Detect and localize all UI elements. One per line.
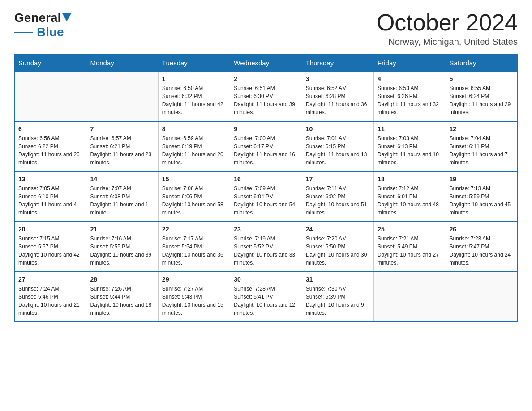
daylight-text: Daylight: 10 hours and 51 minutes. bbox=[306, 201, 370, 217]
sunset-text: Sunset: 5:41 PM bbox=[234, 293, 298, 301]
calendar-cell bbox=[374, 272, 446, 322]
day-info: Sunrise: 7:26 AMSunset: 5:44 PMDaylight:… bbox=[90, 285, 154, 317]
sunrise-text: Sunrise: 7:13 AM bbox=[450, 184, 514, 193]
day-number: 15 bbox=[162, 176, 226, 183]
calendar-cell: 30Sunrise: 7:28 AMSunset: 5:41 PMDayligh… bbox=[230, 272, 302, 322]
sunset-text: Sunset: 6:28 PM bbox=[306, 92, 370, 100]
day-info: Sunrise: 7:13 AMSunset: 5:59 PMDaylight:… bbox=[450, 184, 514, 217]
sunset-text: Sunset: 5:54 PM bbox=[162, 243, 226, 251]
day-number: 1 bbox=[162, 75, 226, 82]
day-number: 6 bbox=[18, 125, 82, 133]
calendar-cell: 16Sunrise: 7:09 AMSunset: 6:04 PMDayligh… bbox=[230, 171, 302, 222]
sunrise-text: Sunrise: 7:07 AM bbox=[90, 184, 154, 193]
day-info: Sunrise: 7:11 AMSunset: 6:02 PMDaylight:… bbox=[306, 184, 370, 217]
day-info: Sunrise: 6:57 AMSunset: 6:21 PMDaylight:… bbox=[90, 134, 154, 167]
calendar-cell: 10Sunrise: 7:01 AMSunset: 6:15 PMDayligh… bbox=[302, 121, 373, 171]
daylight-text: Daylight: 11 hours and 42 minutes. bbox=[162, 100, 226, 116]
calendar-week-4: 20Sunrise: 7:15 AMSunset: 5:57 PMDayligh… bbox=[15, 222, 518, 272]
sunset-text: Sunset: 5:39 PM bbox=[306, 293, 370, 301]
day-number: 18 bbox=[378, 176, 442, 183]
day-info: Sunrise: 6:50 AMSunset: 6:32 PMDaylight:… bbox=[162, 84, 226, 116]
day-info: Sunrise: 7:17 AMSunset: 5:54 PMDaylight:… bbox=[162, 235, 226, 267]
day-number: 4 bbox=[378, 75, 442, 82]
sunset-text: Sunset: 6:19 PM bbox=[162, 142, 226, 150]
calendar-header-saturday: Saturday bbox=[446, 55, 517, 72]
calendar-cell: 9Sunrise: 7:00 AMSunset: 6:17 PMDaylight… bbox=[230, 121, 302, 171]
daylight-text: Daylight: 11 hours and 36 minutes. bbox=[306, 100, 370, 116]
calendar-cell: 11Sunrise: 7:03 AMSunset: 6:13 PMDayligh… bbox=[374, 121, 446, 171]
sunset-text: Sunset: 6:24 PM bbox=[450, 92, 514, 100]
daylight-text: Daylight: 10 hours and 42 minutes. bbox=[18, 251, 82, 267]
day-info: Sunrise: 6:53 AMSunset: 6:26 PMDaylight:… bbox=[378, 84, 442, 116]
calendar-cell: 6Sunrise: 6:56 AMSunset: 6:22 PMDaylight… bbox=[15, 121, 86, 171]
day-number: 28 bbox=[90, 276, 154, 283]
daylight-text: Daylight: 10 hours and 58 minutes. bbox=[162, 201, 226, 217]
calendar-cell: 3Sunrise: 6:52 AMSunset: 6:28 PMDaylight… bbox=[302, 72, 373, 122]
calendar-cell: 26Sunrise: 7:23 AMSunset: 5:47 PMDayligh… bbox=[446, 222, 517, 272]
day-info: Sunrise: 7:21 AMSunset: 5:49 PMDaylight:… bbox=[378, 235, 442, 267]
sunset-text: Sunset: 6:06 PM bbox=[162, 193, 226, 201]
sunrise-text: Sunrise: 7:20 AM bbox=[306, 235, 370, 243]
sunset-text: Sunset: 5:43 PM bbox=[162, 293, 226, 301]
sunset-text: Sunset: 5:57 PM bbox=[18, 243, 82, 251]
sunset-text: Sunset: 6:04 PM bbox=[234, 193, 298, 201]
sunset-text: Sunset: 6:32 PM bbox=[162, 92, 226, 100]
day-info: Sunrise: 6:55 AMSunset: 6:24 PMDaylight:… bbox=[450, 84, 514, 116]
calendar-cell: 25Sunrise: 7:21 AMSunset: 5:49 PMDayligh… bbox=[374, 222, 446, 272]
calendar-header-sunday: Sunday bbox=[15, 55, 86, 72]
day-number: 26 bbox=[450, 226, 514, 233]
calendar-cell: 22Sunrise: 7:17 AMSunset: 5:54 PMDayligh… bbox=[158, 222, 230, 272]
day-info: Sunrise: 7:12 AMSunset: 6:01 PMDaylight:… bbox=[378, 184, 442, 217]
calendar-cell bbox=[86, 72, 158, 122]
calendar-cell: 2Sunrise: 6:51 AMSunset: 6:30 PMDaylight… bbox=[230, 72, 302, 122]
calendar-header-wednesday: Wednesday bbox=[230, 55, 302, 72]
sunset-text: Sunset: 5:59 PM bbox=[450, 193, 514, 201]
calendar-header-monday: Monday bbox=[86, 55, 158, 72]
calendar-cell: 19Sunrise: 7:13 AMSunset: 5:59 PMDayligh… bbox=[446, 171, 517, 222]
daylight-text: Daylight: 11 hours and 16 minutes. bbox=[234, 150, 298, 167]
sunset-text: Sunset: 6:26 PM bbox=[378, 92, 442, 100]
day-number: 5 bbox=[450, 75, 514, 82]
calendar-cell: 21Sunrise: 7:16 AMSunset: 5:55 PMDayligh… bbox=[86, 222, 158, 272]
day-number: 8 bbox=[162, 125, 226, 133]
sunrise-text: Sunrise: 7:03 AM bbox=[378, 134, 442, 142]
sunrise-text: Sunrise: 7:08 AM bbox=[162, 184, 226, 193]
svg-marker-0 bbox=[62, 13, 72, 21]
sunrise-text: Sunrise: 7:04 AM bbox=[450, 134, 514, 142]
sunset-text: Sunset: 5:49 PM bbox=[378, 243, 442, 251]
day-info: Sunrise: 7:15 AMSunset: 5:57 PMDaylight:… bbox=[18, 235, 82, 267]
calendar-cell: 1Sunrise: 6:50 AMSunset: 6:32 PMDaylight… bbox=[158, 72, 230, 122]
daylight-text: Daylight: 10 hours and 21 minutes. bbox=[18, 301, 82, 317]
logo-general-text: General bbox=[14, 11, 61, 25]
sunrise-text: Sunrise: 6:52 AM bbox=[306, 84, 370, 92]
sunset-text: Sunset: 5:44 PM bbox=[90, 293, 154, 301]
day-info: Sunrise: 7:07 AMSunset: 6:08 PMDaylight:… bbox=[90, 184, 154, 217]
sunrise-text: Sunrise: 7:12 AM bbox=[378, 184, 442, 193]
calendar-cell bbox=[15, 72, 86, 122]
daylight-text: Daylight: 10 hours and 15 minutes. bbox=[162, 301, 226, 317]
sunrise-text: Sunrise: 6:53 AM bbox=[378, 84, 442, 92]
sunset-text: Sunset: 5:47 PM bbox=[450, 243, 514, 251]
day-info: Sunrise: 7:24 AMSunset: 5:46 PMDaylight:… bbox=[18, 285, 82, 317]
daylight-text: Daylight: 10 hours and 33 minutes. bbox=[234, 251, 298, 267]
day-number: 16 bbox=[234, 176, 298, 183]
calendar-header-tuesday: Tuesday bbox=[158, 55, 230, 72]
day-info: Sunrise: 7:00 AMSunset: 6:17 PMDaylight:… bbox=[234, 134, 298, 167]
daylight-text: Daylight: 11 hours and 23 minutes. bbox=[90, 150, 154, 167]
sunset-text: Sunset: 6:08 PM bbox=[90, 193, 154, 201]
sunrise-text: Sunrise: 6:50 AM bbox=[162, 84, 226, 92]
day-number: 7 bbox=[90, 125, 154, 133]
calendar-cell: 20Sunrise: 7:15 AMSunset: 5:57 PMDayligh… bbox=[15, 222, 86, 272]
day-info: Sunrise: 6:52 AMSunset: 6:28 PMDaylight:… bbox=[306, 84, 370, 116]
daylight-text: Daylight: 10 hours and 39 minutes. bbox=[90, 251, 154, 267]
day-info: Sunrise: 7:01 AMSunset: 6:15 PMDaylight:… bbox=[306, 134, 370, 167]
calendar-cell: 17Sunrise: 7:11 AMSunset: 6:02 PMDayligh… bbox=[302, 171, 373, 222]
sunset-text: Sunset: 5:52 PM bbox=[234, 243, 298, 251]
day-info: Sunrise: 7:30 AMSunset: 5:39 PMDaylight:… bbox=[306, 285, 370, 317]
day-info: Sunrise: 7:23 AMSunset: 5:47 PMDaylight:… bbox=[450, 235, 514, 267]
day-number: 12 bbox=[450, 125, 514, 133]
calendar-header-row: SundayMondayTuesdayWednesdayThursdayFrid… bbox=[15, 55, 518, 72]
day-number: 22 bbox=[162, 226, 226, 233]
daylight-text: Daylight: 11 hours and 10 minutes. bbox=[378, 150, 442, 167]
daylight-text: Daylight: 10 hours and 18 minutes. bbox=[90, 301, 154, 317]
